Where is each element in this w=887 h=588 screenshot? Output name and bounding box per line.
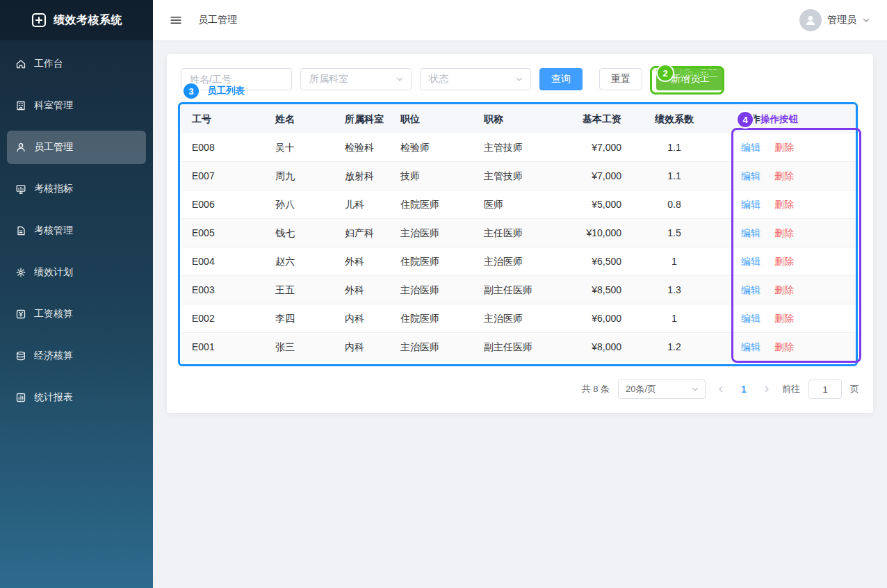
sidebar-item-dashboard[interactable]: 工作台 xyxy=(7,47,146,81)
next-page-button[interactable] xyxy=(760,385,774,393)
goto-label: 前往 xyxy=(782,383,800,395)
table-body: E008 吴十 检验科 检验师 主管技师 ¥7,000 1.1 编辑 删除 E0… xyxy=(181,133,859,361)
edit-link[interactable]: 编辑 xyxy=(741,284,760,295)
delete-link[interactable]: 删除 xyxy=(774,313,794,324)
pagination: 共 8 条 20条/页 1 前往 页 xyxy=(181,379,859,399)
sidebar-item-departments[interactable]: 科室管理 xyxy=(7,89,146,122)
user-menu[interactable]: 管理员 xyxy=(799,9,870,31)
cell-department: 内科 xyxy=(334,304,389,332)
cell-coefficient: 1.2 xyxy=(633,333,716,361)
cell-department: 儿科 xyxy=(334,190,389,218)
cell-name: 张三 xyxy=(264,333,334,361)
topbar: 员工管理 管理员 xyxy=(153,0,887,40)
cell-employee-id: E006 xyxy=(181,190,264,218)
app-title: 绩效考核系统 xyxy=(54,13,122,28)
department-select-placeholder: 所属科室 xyxy=(309,73,348,85)
edit-link[interactable]: 编辑 xyxy=(741,227,760,238)
filter-bar: 所属科室 状态 查询 重置 新增员工 xyxy=(181,68,859,90)
cell-coefficient: 1.1 xyxy=(633,162,716,190)
cell-salary: ¥8,500 xyxy=(549,276,633,304)
cell-salary: ¥8,000 xyxy=(549,333,633,361)
add-employee-button[interactable]: 新增员工 xyxy=(656,68,724,90)
cell-operations: 编辑 删除 xyxy=(716,133,859,161)
page-size-value: 20条/页 xyxy=(626,383,656,395)
cell-name: 王五 xyxy=(264,276,334,304)
cell-name: 赵六 xyxy=(264,247,334,275)
edit-link[interactable]: 编辑 xyxy=(741,256,760,267)
cell-operations: 编辑 删除 xyxy=(716,219,859,247)
app: 绩效考核系统 工作台 科室管理 员工管理 考核指标 考核管理 绩效计划 工资核算… xyxy=(0,0,887,588)
edit-link[interactable]: 编辑 xyxy=(741,199,760,210)
total-count: 共 8 条 xyxy=(582,383,610,395)
table-row: E006 孙八 儿科 住院医师 医师 ¥5,000 0.8 编辑 删除 xyxy=(181,190,859,219)
cell-salary: ¥5,000 xyxy=(549,190,633,218)
page-size-select[interactable]: 20条/页 xyxy=(618,379,706,399)
page-unit-label: 页 xyxy=(850,383,859,395)
cell-coefficient: 1.5 xyxy=(633,219,716,247)
cell-name: 吴十 xyxy=(264,133,334,161)
sidebar-item-assessments[interactable]: 考核管理 xyxy=(7,214,146,247)
chevron-down-icon xyxy=(691,385,699,393)
edit-link[interactable]: 编辑 xyxy=(741,313,760,324)
cell-coefficient: 1 xyxy=(633,304,716,332)
status-select[interactable]: 状态 xyxy=(420,68,531,90)
cell-salary: ¥10,000 xyxy=(549,219,633,247)
delete-link[interactable]: 删除 xyxy=(774,227,794,238)
cell-title: 主任医师 xyxy=(473,219,549,247)
delete-link[interactable]: 删除 xyxy=(774,170,794,181)
cell-department: 放射科 xyxy=(334,162,389,190)
cell-title: 主管技师 xyxy=(473,133,549,161)
chevron-down-icon xyxy=(396,75,404,83)
column-header: 基本工资 xyxy=(549,104,633,133)
cell-operations: 编辑 删除 xyxy=(716,333,859,361)
logo-icon xyxy=(31,12,47,28)
cell-employee-id: E004 xyxy=(181,247,264,275)
sidebar-item-salary[interactable]: 工资核算 xyxy=(7,297,146,331)
sidebar-item-economy[interactable]: 经济核算 xyxy=(7,339,146,373)
delete-link[interactable]: 删除 xyxy=(774,199,794,210)
prev-page-button[interactable] xyxy=(714,385,728,393)
sidebar-item-reports[interactable]: 统计报表 xyxy=(7,381,146,414)
delete-link[interactable]: 删除 xyxy=(774,284,794,295)
app-logo: 绩效考核系统 xyxy=(0,0,153,40)
menu-toggle-icon[interactable] xyxy=(170,14,182,26)
table-row: E004 赵六 外科 住院医师 主治医师 ¥6,500 1 编辑 删除 xyxy=(181,247,859,276)
delete-link[interactable]: 删除 xyxy=(774,256,794,267)
search-button[interactable]: 查询 xyxy=(539,68,583,90)
cell-position: 技师 xyxy=(389,162,473,190)
delete-link[interactable]: 删除 xyxy=(774,142,794,153)
cell-department: 外科 xyxy=(334,276,389,304)
economy-icon xyxy=(15,350,26,361)
edit-link[interactable]: 编辑 xyxy=(741,341,760,352)
cell-position: 住院医师 xyxy=(389,304,473,332)
current-page[interactable]: 1 xyxy=(736,384,751,395)
department-select[interactable]: 所属科室 xyxy=(300,68,412,90)
department-icon xyxy=(15,100,26,111)
cell-coefficient: 1.1 xyxy=(633,133,716,161)
cell-title: 主管技师 xyxy=(473,162,549,190)
cell-department: 外科 xyxy=(334,247,389,275)
cell-employee-id: E007 xyxy=(181,162,264,190)
cell-position: 住院医师 xyxy=(389,247,473,275)
cell-salary: ¥6,500 xyxy=(549,247,633,275)
sidebar-item-indicators[interactable]: 考核指标 xyxy=(7,172,146,206)
edit-link[interactable]: 编辑 xyxy=(741,142,760,153)
delete-link[interactable]: 删除 xyxy=(774,341,794,352)
assessment-icon xyxy=(15,225,26,236)
sidebar: 绩效考核系统 工作台 科室管理 员工管理 考核指标 考核管理 绩效计划 工资核算… xyxy=(0,0,153,588)
column-header: 职位 xyxy=(389,104,473,133)
table-row: E005 钱七 妇产科 主治医师 主任医师 ¥10,000 1.5 编辑 删除 xyxy=(181,219,859,247)
cell-salary: ¥7,000 xyxy=(549,133,633,161)
cell-salary: ¥6,000 xyxy=(549,304,633,332)
goto-page-input[interactable] xyxy=(808,379,842,399)
edit-link[interactable]: 编辑 xyxy=(741,170,760,181)
column-header: 所属科室 xyxy=(334,104,389,133)
reset-button[interactable]: 重置 xyxy=(599,68,642,90)
sidebar-item-plans[interactable]: 绩效计划 xyxy=(7,256,146,289)
search-input[interactable] xyxy=(181,68,292,90)
sidebar-item-employees[interactable]: 员工管理 xyxy=(7,131,146,164)
cell-position: 住院医师 xyxy=(389,190,473,218)
employee-table: 工号姓名所属科室职位职称基本工资绩效系数操作 E008 吴十 检验科 检验师 主… xyxy=(181,104,859,361)
cell-operations: 编辑 删除 xyxy=(716,276,859,304)
sidebar-menu: 工作台 科室管理 员工管理 考核指标 考核管理 绩效计划 工资核算 经济核算 统… xyxy=(0,40,153,414)
